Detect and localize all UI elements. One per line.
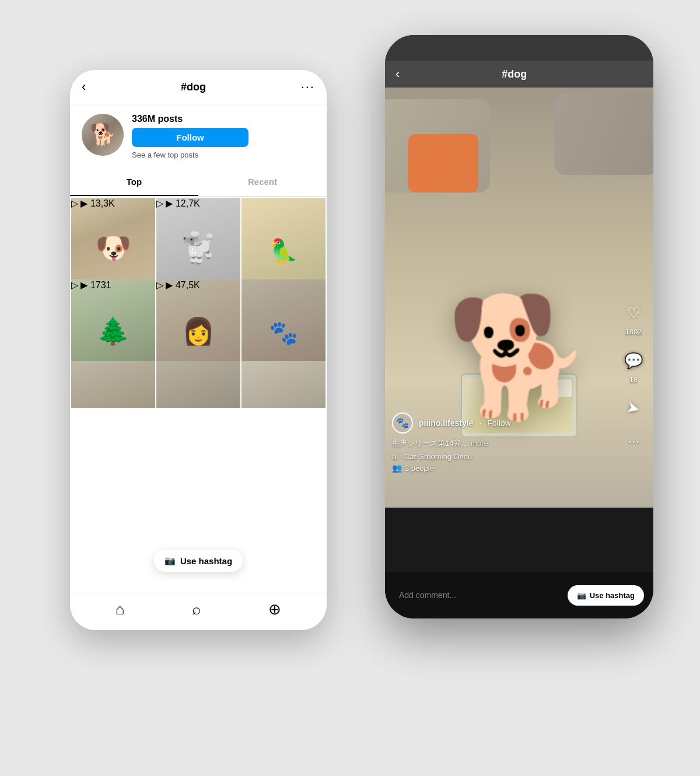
grid-item-6[interactable]	[242, 279, 326, 361]
front-phone-header: ‹ #dog	[385, 61, 653, 88]
post-people: 👥 3 people	[392, 463, 612, 473]
grid-item-3[interactable]	[242, 198, 326, 279]
share-button[interactable]	[621, 396, 646, 421]
see-top-posts-label: See a few top posts	[132, 151, 315, 159]
profile-info: 336M posts Follow See a few top posts	[132, 114, 315, 159]
heart-icon: ♡	[621, 300, 646, 326]
posts-count: 336M posts	[132, 114, 315, 124]
play-count-5: ▷ ▶ 47,5K	[156, 280, 200, 290]
back-phone-title: #dog	[181, 81, 206, 93]
grid-item-8[interactable]	[156, 361, 240, 408]
camera-icon-front: 📷	[577, 591, 586, 600]
more-options-front-button[interactable]: ···	[628, 433, 639, 449]
share-icon	[618, 393, 649, 424]
use-hashtag-front-button[interactable]: 📷 Use hashtag	[568, 585, 644, 606]
like-count: 1802	[625, 327, 642, 336]
post-dot: ·	[479, 418, 481, 428]
play-icon-5: ▷	[156, 280, 163, 290]
comment-button[interactable]: 💬 18	[621, 348, 646, 384]
play-count-4: ▷ ▶ 1731	[71, 280, 111, 290]
comment-count: 18	[629, 375, 638, 384]
grid-item-2[interactable]: ▷ ▶ 12,7K	[156, 198, 240, 279]
avatar-image	[82, 114, 124, 156]
home-nav-button[interactable]: ⌂	[116, 600, 125, 618]
back-button[interactable]: ‹	[82, 79, 86, 95]
grid-item-1[interactable]: ▷ ▶ 13,3K	[71, 198, 155, 279]
tabs-bar: Top Recent	[70, 169, 327, 197]
comment-icon: 💬	[621, 348, 646, 373]
grid-item-9[interactable]	[242, 361, 326, 408]
post-follow-button[interactable]: Follow	[487, 418, 510, 428]
post-more-button[interactable]: more	[471, 439, 488, 448]
front-phone-title: #dog	[502, 68, 527, 81]
comment-input[interactable]: Add comment...	[394, 590, 568, 600]
post-caption: 生声シリーズ第14弾… more	[392, 438, 612, 449]
dog-subject: 🐕	[446, 289, 592, 426]
back-phone: ‹ #dog ··· 336M posts Follow See a few t…	[70, 70, 327, 630]
people-icon: 👥	[392, 463, 402, 473]
right-actions: ♡ 1802 💬 18 ···	[621, 300, 646, 449]
play-icon-2: ▷	[156, 198, 163, 208]
use-hashtag-button-back[interactable]: 📷 Use hashtag	[154, 550, 243, 572]
grid-item-4[interactable]: ▷ ▶ 1731	[71, 279, 155, 361]
play-count-1: ▷ ▶ 13,3K	[71, 198, 115, 208]
bottom-bar: Add comment... 📷 Use hashtag	[385, 572, 653, 618]
video-area[interactable]: 🐕 ♡ 1802 💬 18 ···	[385, 88, 653, 508]
avatar	[82, 114, 124, 156]
orange-cushion	[408, 134, 478, 193]
post-avatar: 🐾	[392, 413, 413, 434]
more-options-button[interactable]: ···	[301, 79, 315, 95]
play-icon-4: ▷	[71, 280, 78, 290]
camera-icon: 📷	[164, 555, 176, 566]
post-user-row: 🐾 piiino.lifestyle · Follow	[392, 413, 612, 434]
post-username[interactable]: piiino.lifestyle	[419, 418, 473, 428]
caption-text: 生声シリーズ第14弾…	[392, 439, 468, 448]
back-phone-header: ‹ #dog ···	[70, 70, 327, 104]
grid-item-7[interactable]	[71, 361, 155, 408]
tab-recent[interactable]: Recent	[198, 169, 327, 196]
post-tags[interactable]: ul · Cat Grooming Oneu	[392, 452, 612, 461]
play-icon-1: ▷	[71, 198, 78, 208]
bottom-nav: ⌂ ⌕ ⊕	[70, 593, 327, 630]
play-count-2: ▷ ▶ 12,7K	[156, 198, 200, 208]
profile-section: 336M posts Follow See a few top posts	[70, 104, 327, 166]
use-hashtag-label-back: Use hashtag	[180, 556, 232, 566]
status-bar	[385, 35, 653, 61]
tab-top[interactable]: Top	[70, 169, 198, 196]
front-back-button[interactable]: ‹	[396, 67, 400, 82]
search-nav-button[interactable]: ⌕	[192, 600, 201, 618]
follow-button[interactable]: Follow	[132, 128, 249, 147]
front-phone: ‹ #dog 🐕 ♡ 1802 💬 18	[385, 35, 653, 618]
add-nav-button[interactable]: ⊕	[268, 600, 281, 618]
like-button[interactable]: ♡ 1802	[621, 300, 646, 336]
grid-item-5[interactable]: ▷ ▶ 47,5K	[156, 279, 240, 361]
use-hashtag-label-front: Use hashtag	[590, 591, 635, 600]
pillow-right	[554, 93, 653, 175]
people-count: 3 people	[405, 464, 434, 473]
post-info: 🐾 piiino.lifestyle · Follow 生声シリーズ第14弾… …	[392, 413, 612, 473]
